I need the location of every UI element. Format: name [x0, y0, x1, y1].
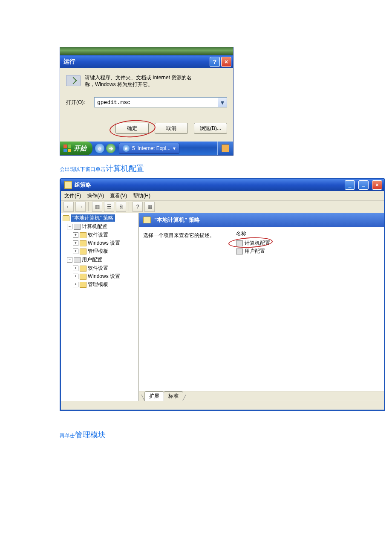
menu-bar: 文件(F) 操作(A) 查看(V) 帮助(H)	[61, 191, 384, 201]
expand-icon[interactable]: +	[73, 282, 78, 287]
close-button[interactable]: ×	[221, 57, 231, 67]
menu-help[interactable]: 帮助(H)	[133, 192, 150, 199]
properties-button[interactable]: ☰	[104, 202, 114, 212]
close-button[interactable]: ×	[372, 180, 382, 190]
tab-extended[interactable]: 扩展	[144, 391, 164, 401]
tree-user-windows[interactable]: +Windows 设置	[73, 273, 138, 280]
menu-view[interactable]: 查看(V)	[110, 192, 127, 199]
run-description: 请键入程序、文件夹、文档或 Internet 资源的名 称，Windows 将为…	[85, 74, 192, 88]
expand-icon[interactable]: +	[73, 249, 78, 254]
tree-pane[interactable]: "本地计算机" 策略 − 计算机配置 +软件设置	[61, 213, 139, 401]
open-input[interactable]	[95, 98, 218, 107]
tray-shield-icon	[222, 145, 229, 152]
tree-user-admin[interactable]: +管理模板	[73, 281, 138, 288]
tree-user-config[interactable]: − 用户配置	[67, 256, 138, 263]
quicklaunch: e ➔	[92, 144, 118, 153]
mmc-title: 组策略	[75, 181, 91, 189]
maximize-button[interactable]: □	[358, 180, 369, 190]
chevron-down-icon: ▾	[173, 145, 176, 151]
desktop-strip	[60, 47, 233, 55]
status-bar	[61, 401, 384, 410]
menu-file[interactable]: 文件(F)	[64, 192, 81, 199]
export-button[interactable]: ⎘	[116, 202, 126, 212]
menu-action[interactable]: 操作(A)	[87, 192, 104, 199]
tree-comp-admin[interactable]: +管理模板	[73, 248, 138, 255]
config-icon	[236, 249, 243, 254]
views-button[interactable]: ▦	[144, 202, 155, 212]
expand-icon[interactable]: +	[73, 274, 78, 279]
folder-icon	[80, 249, 86, 254]
policy-icon	[143, 217, 151, 223]
nav-back-button[interactable]: ←	[63, 202, 74, 212]
content-pane: "本地计算机" 策略 选择一个项目来查看它的描述。 名称 计算机配置	[139, 213, 384, 401]
browse-button[interactable]: 浏览(B)...	[194, 123, 227, 134]
list-column: 名称 计算机配置 用户配置	[233, 227, 384, 391]
run-title: 运行	[63, 58, 75, 66]
tree-computer-config[interactable]: − 计算机配置	[67, 223, 138, 230]
caption-2: 再单击管理模块	[60, 430, 332, 440]
tree-root[interactable]: "本地计算机" 策略	[63, 214, 138, 222]
run-icon	[66, 75, 81, 86]
description-column: 选择一个项目来查看它的描述。	[139, 227, 233, 391]
run-dialog-window: 运行 ? × 请键入程序、文件夹、文档或 Internet 资源的名 称，Win…	[60, 47, 233, 156]
content-header: "本地计算机" 策略	[139, 213, 384, 227]
folder-icon	[80, 240, 86, 246]
policy-icon	[63, 215, 69, 221]
show-desktop-icon[interactable]: ➔	[106, 144, 115, 153]
start-button[interactable]: 开始	[60, 142, 92, 155]
ok-button[interactable]: 确定	[115, 123, 149, 134]
tab-standard[interactable]: 标准	[164, 391, 183, 401]
dropdown-button[interactable]: ▾	[218, 98, 227, 107]
config-icon	[74, 257, 81, 263]
tree-comp-software[interactable]: +软件设置	[73, 231, 138, 239]
folder-icon	[80, 282, 86, 288]
cancel-button[interactable]: 取消	[155, 123, 188, 134]
folder-icon	[80, 266, 86, 272]
config-icon	[74, 224, 81, 230]
caption-1: 会出现以下窗口单击计算机配置	[60, 163, 332, 173]
run-body: 请键入程序、文件夹、文档或 Internet 资源的名 称，Windows 将为…	[60, 68, 233, 142]
nav-forward-button[interactable]: →	[75, 202, 86, 212]
up-button[interactable]: ▥	[92, 202, 102, 212]
collapse-icon[interactable]: −	[67, 257, 72, 263]
list-item-computer-config[interactable]: 计算机配置	[233, 239, 384, 247]
open-label: 打开(O):	[66, 99, 91, 106]
open-combobox[interactable]: ▾	[94, 97, 227, 107]
expand-icon[interactable]: +	[73, 232, 78, 238]
taskbar: 开始 e ➔ e 5 Internet Expl... ▾	[60, 142, 233, 155]
config-icon	[236, 240, 243, 246]
folder-icon	[80, 232, 86, 238]
mmc-app-icon	[64, 181, 72, 189]
group-policy-window: 组策略 _ □ × 文件(F) 操作(A) 查看(V) 帮助(H) ← → ▥ …	[60, 178, 385, 411]
expand-icon[interactable]: +	[73, 240, 78, 246]
help-toolbar-button[interactable]: ?	[133, 202, 143, 212]
list-item-user-config[interactable]: 用户配置	[233, 247, 384, 255]
ie-icon: e	[123, 145, 130, 152]
expand-icon[interactable]: +	[73, 266, 78, 271]
run-titlebar: 运行 ? ×	[60, 55, 233, 68]
tree-comp-windows[interactable]: +Windows 设置	[73, 240, 138, 247]
tree-user-software[interactable]: +软件设置	[73, 265, 138, 272]
folder-icon	[80, 274, 86, 280]
mmc-titlebar: 组策略 _ □ ×	[61, 179, 384, 191]
collapse-icon[interactable]: −	[67, 224, 72, 229]
tabs-row: ╲ 扩展 标准 ╱	[139, 391, 384, 401]
system-tray[interactable]	[217, 142, 233, 155]
taskbar-item-ie[interactable]: e 5 Internet Expl... ▾	[119, 143, 179, 154]
help-button[interactable]: ?	[210, 57, 220, 67]
toolbar: ← → ▥ ☰ ⎘ ? ▦	[61, 201, 384, 213]
minimize-button[interactable]: _	[345, 180, 355, 190]
windows-flag-icon	[63, 145, 71, 152]
ie-icon[interactable]: e	[95, 144, 104, 153]
